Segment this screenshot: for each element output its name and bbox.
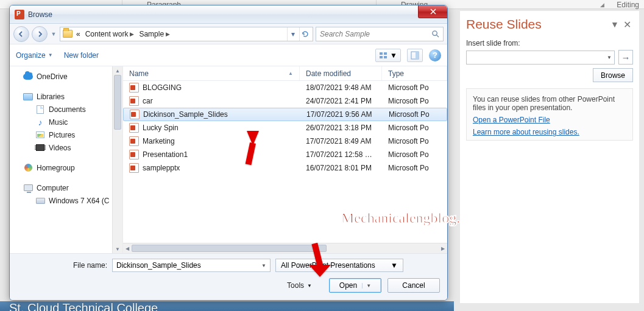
col-date-header[interactable]: Date modified [300,66,382,80]
scroll-left-icon[interactable]: ◀ [123,243,132,253]
ppt-file-icon [129,83,139,93]
col-type-header[interactable]: Type [382,66,447,80]
go-button[interactable]: → [618,50,633,65]
filename-label: File name: [17,261,107,270]
filename-value: Dickinson_Sample_Slides [116,261,201,270]
help-button[interactable]: ? [429,49,441,61]
breadcrumb-prefix[interactable]: « [75,30,82,38]
view-menu[interactable]: ▼ [375,49,401,62]
browse-button[interactable]: Browse [593,68,633,82]
tree-label: Computer [37,184,69,192]
chevron-right-icon: ▶ [130,31,134,37]
tree-label: Videos [49,144,71,152]
nav-row: ▼ « Content work▶ Sample▶ ▾ Search Sampl… [10,24,447,44]
open-powerpoint-file-link[interactable]: Open a PowerPoint File [473,116,626,124]
svg-rect-1 [380,52,383,55]
music-icon: ♪ [35,117,45,127]
scroll-thumb[interactable] [114,75,121,130]
tree-onedrive[interactable]: OneDrive [11,70,121,83]
chevron-down-icon: ▼ [607,55,612,60]
breadcrumb-label: Sample [139,30,164,38]
search-input[interactable]: Search Sample [316,27,444,41]
background-slide-title: St. Cloud Technical College [0,301,454,311]
browse-dialog: Browse ▼ « Content work▶ Sample▶ ▾ [9,5,448,301]
new-folder-label: New folder [64,51,99,60]
file-date: 26/07/2021 3:18 PM [300,124,382,132]
open-button[interactable]: Open▼ [329,278,381,293]
file-row[interactable]: Presentation117/07/2021 12:58 …Microsoft… [123,148,447,161]
file-row[interactable]: samplepptx16/07/2021 8:01 PMMicrosoft Po [123,161,447,175]
file-name: Marketing [143,137,175,145]
videos-icon [36,144,44,151]
arrow-right-icon: → [621,52,631,63]
close-button[interactable] [418,5,447,18]
file-type: Microsoft Po [382,150,447,159]
tree-pictures[interactable]: Pictures [11,128,121,141]
file-row[interactable]: Dickinson_Sample_Slides17/07/2021 9:56 A… [123,108,447,121]
col-name-header[interactable]: Name▲ [123,66,300,80]
file-type: Microsoft Po [382,83,447,92]
insert-from-combobox[interactable]: ▼ [466,51,615,65]
filter-label: All PowerPoint Presentations [281,261,375,270]
file-date: 24/07/2021 2:41 PM [300,97,382,105]
drive-icon [36,198,45,204]
address-bar[interactable]: « Content work▶ Sample▶ ▾ [60,27,313,41]
breadcrumb-label: Content work [85,30,129,38]
svg-rect-6 [416,52,419,59]
learn-more-link[interactable]: Learn more about reusing slides. [473,128,626,136]
open-split-dropdown[interactable]: ▼ [362,283,371,288]
tree-computer[interactable]: Computer [11,181,121,194]
file-date: 17/07/2021 12:58 … [300,150,382,159]
breadcrumb-sample[interactable]: Sample▶ [138,30,171,38]
insert-from-label: Insert slide from: [460,34,639,50]
tree-libraries[interactable]: Libraries [11,90,121,103]
tree-documents[interactable]: Documents [11,103,121,116]
scroll-thumb[interactable] [132,245,327,252]
tree-music[interactable]: ♪Music [11,116,121,128]
filename-combobox[interactable]: Dickinson_Sample_Slides ▼ [112,259,271,272]
history-dropdown[interactable]: ▼ [50,31,57,37]
ribbon-launcher-icon: ◢ [600,2,604,8]
arrow-right-icon [36,30,43,38]
file-type: Microsoft Po [382,124,447,132]
pane-close-button[interactable]: ✕ [621,19,633,30]
chevron-right-icon: ▶ [166,31,170,37]
ppt-file-icon [129,150,139,159]
file-name: Dickinson_Sample_Slides [143,110,228,119]
file-filter-combobox[interactable]: All PowerPoint Presentations ▼ [275,259,403,272]
file-row[interactable]: BLOGGING18/07/2021 9:48 AMMicrosoft Po [123,81,447,94]
col-label: Date modified [306,69,351,78]
tree-drive-c[interactable]: Windows 7 X64 (C [11,194,121,207]
dialog-titlebar[interactable]: Browse [10,5,447,24]
tree-videos[interactable]: Videos [11,141,121,154]
file-hscrollbar[interactable]: ◀ ▶ [123,243,447,253]
forward-button[interactable] [32,26,48,42]
file-row[interactable]: car24/07/2021 2:41 PMMicrosoft Po [123,94,447,108]
scroll-right-icon[interactable]: ▶ [439,243,447,253]
breadcrumb-content-work[interactable]: Content work▶ [84,30,136,38]
refresh-button[interactable] [299,27,310,41]
tools-menu[interactable]: Tools▼ [287,281,312,290]
address-dropdown[interactable]: ▾ [287,27,298,41]
preview-pane-button[interactable] [407,49,423,62]
reuse-pane-title: Reuse Slides [466,17,609,32]
new-folder-button[interactable]: New folder [64,51,99,60]
tree-label: Music [49,118,68,127]
tree-scrollbar[interactable]: ▲ ▼ [112,66,122,253]
homegroup-icon [24,164,32,172]
cancel-button[interactable]: Cancel [387,278,440,293]
search-placeholder: Search Sample [320,30,370,38]
file-row[interactable]: Marketing17/07/2021 8:49 AMMicrosoft Po [123,135,447,148]
pane-options-button[interactable]: ▼ [609,19,621,29]
organize-menu[interactable]: Organize▼ [16,51,53,60]
tools-label: Tools [287,281,304,290]
scroll-up-icon[interactable]: ▲ [113,66,122,75]
back-button[interactable] [13,26,29,42]
ppt-file-icon [129,163,139,173]
tree-homegroup[interactable]: Homegroup [11,161,121,174]
svg-rect-3 [380,56,383,58]
scroll-down-icon[interactable]: ▼ [113,245,122,253]
file-type: Microsoft Po [382,137,447,145]
tree-label: Homegroup [37,164,75,172]
file-row[interactable]: Lucky Spin26/07/2021 3:18 PMMicrosoft Po [123,121,447,135]
